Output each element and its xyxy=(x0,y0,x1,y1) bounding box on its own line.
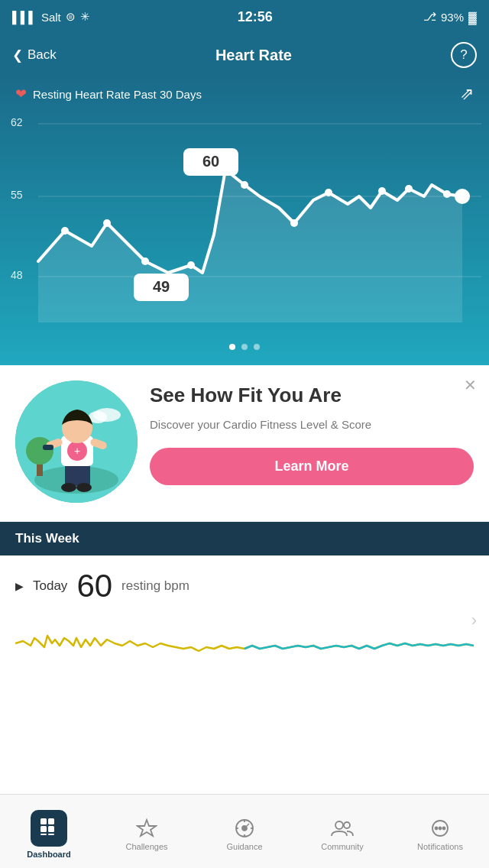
svg-point-10 xyxy=(325,189,332,196)
today-bpm: 60 xyxy=(76,568,112,604)
bottom-nav: Dashboard Challenges Guidance Community xyxy=(0,794,489,868)
back-chevron-icon: ❮ xyxy=(12,47,23,63)
y-label-55: 55 xyxy=(11,189,23,201)
svg-point-28 xyxy=(76,483,92,492)
nav-label-notifications: Notifications xyxy=(417,842,463,851)
challenges-icon xyxy=(136,818,157,839)
svg-point-54 xyxy=(439,828,442,830)
svg-point-11 xyxy=(378,187,386,195)
promo-subtitle: Discover your Cardio Fitness Level & Sco… xyxy=(150,416,474,432)
svg-rect-37 xyxy=(48,818,54,824)
promo-title: See How Fit You Are xyxy=(150,384,474,407)
carousel-dots xyxy=(0,344,489,350)
status-right: ⎇ 93% ▓ xyxy=(420,10,477,24)
notifications-icon xyxy=(429,818,451,839)
svg-rect-41 xyxy=(48,834,54,835)
svg-rect-34 xyxy=(43,445,53,450)
activity-icon: ✳ xyxy=(80,10,90,24)
chart-section: ❤ Resting Heart Rate Past 30 Days ⇗ 62 5… xyxy=(0,76,489,365)
nav-label-community: Community xyxy=(321,842,364,851)
nav-item-guidance[interactable]: Guidance xyxy=(196,795,293,868)
today-label: Today xyxy=(33,578,67,594)
mini-heart-chart xyxy=(15,617,474,670)
svg-rect-39 xyxy=(48,826,54,832)
svg-point-14 xyxy=(455,189,470,204)
status-left: ▌▌▌ Salt ⊜ ✳ xyxy=(12,10,90,24)
chevron-right-icon[interactable]: › xyxy=(471,611,477,630)
expand-button[interactable]: ⇗ xyxy=(460,84,474,104)
svg-point-13 xyxy=(443,190,451,198)
svg-point-55 xyxy=(443,828,445,830)
wifi-icon: ⊜ xyxy=(66,10,76,24)
battery-percent: 93% xyxy=(441,11,464,24)
back-button[interactable]: ❮ Back xyxy=(12,47,57,63)
svg-text:49: 49 xyxy=(153,278,170,295)
svg-point-27 xyxy=(61,483,76,492)
nav-item-dashboard[interactable]: Dashboard xyxy=(0,795,98,868)
week-content: ▶ Today 60 resting bpm › xyxy=(0,555,489,685)
nav-label-challenges: Challenges xyxy=(125,842,167,851)
bluetooth-icon: ⎇ xyxy=(420,10,436,24)
dot-2[interactable] xyxy=(241,344,248,350)
svg-point-5 xyxy=(103,219,111,227)
dashboard-icon xyxy=(38,816,60,837)
svg-point-12 xyxy=(405,185,413,193)
close-button[interactable]: ✕ xyxy=(464,376,477,394)
svg-text:60: 60 xyxy=(202,153,219,170)
svg-rect-26 xyxy=(76,463,90,486)
svg-point-22 xyxy=(26,437,53,465)
promo-content: See How Fit You Are Discover your Cardio… xyxy=(150,381,474,485)
dot-3[interactable] xyxy=(254,344,260,350)
svg-point-51 xyxy=(344,822,350,828)
nav-label-guidance: Guidance xyxy=(226,842,262,851)
nav-item-notifications[interactable]: Notifications xyxy=(391,795,489,868)
svg-rect-36 xyxy=(40,818,47,824)
svg-point-53 xyxy=(436,828,438,830)
signal-icon: ▌▌▌ xyxy=(12,11,37,24)
chart-label: ❤ Resting Heart Rate Past 30 Days xyxy=(15,86,202,102)
svg-point-4 xyxy=(61,227,69,235)
learn-more-button[interactable]: Learn More xyxy=(150,448,474,485)
svg-rect-40 xyxy=(40,834,47,835)
nav-item-community[interactable]: Community xyxy=(293,795,391,868)
svg-marker-42 xyxy=(138,820,156,836)
dashboard-icon-wrap xyxy=(31,810,67,847)
svg-rect-38 xyxy=(40,826,47,832)
battery-icon: ▓ xyxy=(468,11,477,24)
svg-point-9 xyxy=(290,219,298,227)
nav-item-challenges[interactable]: Challenges xyxy=(98,795,196,868)
chart-container: 62 55 48 60 xyxy=(8,108,481,338)
this-week-header: This Week xyxy=(0,522,489,555)
promo-avatar: + xyxy=(15,381,138,503)
heart-icon: ❤ xyxy=(15,86,27,102)
back-label: Back xyxy=(28,47,57,63)
promo-card: ✕ + xyxy=(0,365,489,522)
heart-rate-chart: 60 49 xyxy=(8,108,481,338)
nav-label-dashboard: Dashboard xyxy=(27,850,70,859)
y-label-62: 62 xyxy=(11,116,23,128)
help-button[interactable]: ? xyxy=(451,42,477,68)
y-label-48: 48 xyxy=(11,269,23,281)
status-bar: ▌▌▌ Salt ⊜ ✳ 12:56 ⎇ 93% ▓ xyxy=(0,0,489,34)
today-row: ▶ Today 60 resting bpm xyxy=(15,568,474,604)
chart-title: Resting Heart Rate Past 30 Days xyxy=(33,88,202,101)
this-week-title: This Week xyxy=(15,531,79,546)
community-icon xyxy=(330,818,355,839)
page-title: Heart Rate xyxy=(215,47,292,64)
svg-point-50 xyxy=(335,821,343,829)
svg-marker-3 xyxy=(38,170,462,322)
status-time: 12:56 xyxy=(238,9,273,25)
today-unit: resting bpm xyxy=(121,578,189,594)
play-icon: ▶ xyxy=(15,580,24,592)
svg-point-8 xyxy=(241,181,248,189)
svg-point-6 xyxy=(141,257,149,265)
chart-label-row: ❤ Resting Heart Rate Past 30 Days ⇗ xyxy=(0,76,489,108)
header: ❮ Back Heart Rate ? xyxy=(0,34,489,76)
svg-point-7 xyxy=(187,261,195,269)
dot-1[interactable] xyxy=(229,344,235,350)
help-icon: ? xyxy=(460,47,467,63)
carrier-name: Salt xyxy=(41,11,61,24)
svg-text:+: + xyxy=(74,445,80,457)
guidance-icon xyxy=(234,818,255,839)
